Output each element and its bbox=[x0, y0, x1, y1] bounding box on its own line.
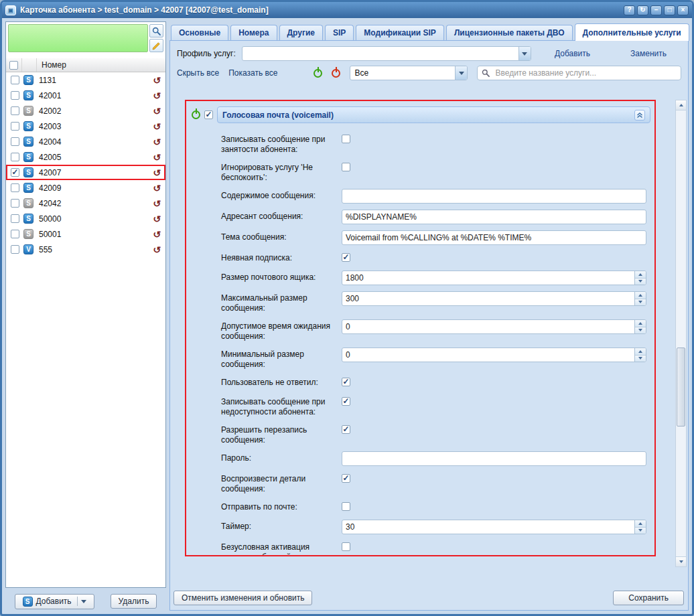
history-icon[interactable]: ↺ bbox=[149, 245, 164, 254]
edit-pencil-icon[interactable] bbox=[149, 39, 163, 52]
subscriber-row-42001[interactable]: S42001↺ bbox=[6, 88, 165, 103]
field-checkbox[interactable] bbox=[342, 474, 350, 483]
field-checkbox[interactable] bbox=[342, 135, 350, 143]
field-checkbox[interactable] bbox=[342, 163, 350, 171]
row-checkbox[interactable] bbox=[11, 183, 19, 192]
history-icon[interactable]: ↺ bbox=[149, 106, 164, 116]
history-icon[interactable]: ↺ bbox=[149, 76, 164, 85]
hide-all-button[interactable]: Скрыть все bbox=[177, 68, 219, 78]
tab-3[interactable]: Другие bbox=[279, 25, 323, 40]
tab-7[interactable]: Дополнительные услуги bbox=[575, 23, 689, 41]
history-icon[interactable]: ↺ bbox=[149, 230, 164, 239]
minimize-button[interactable]: – bbox=[650, 5, 662, 15]
tab-6[interactable]: Лицензионные пакеты ДВО bbox=[446, 25, 573, 40]
number-column-header[interactable]: Номер bbox=[37, 58, 165, 72]
row-checkbox[interactable] bbox=[11, 91, 19, 100]
field-input[interactable] bbox=[342, 348, 634, 362]
row-checkbox[interactable] bbox=[11, 199, 19, 208]
tab-4[interactable]: SIP bbox=[325, 25, 354, 40]
history-icon[interactable]: ↺ bbox=[149, 168, 164, 177]
subscriber-row-42002[interactable]: S42002↺ bbox=[6, 103, 165, 119]
field-input[interactable] bbox=[342, 292, 634, 305]
spinner-up-icon[interactable] bbox=[635, 348, 646, 355]
service-profile-combobox[interactable] bbox=[242, 46, 531, 61]
combo-dropdown-icon[interactable] bbox=[518, 47, 531, 60]
subscriber-row-42042[interactable]: S42042↺ bbox=[6, 196, 165, 211]
subscriber-row-50001[interactable]: S50001↺ bbox=[6, 226, 165, 242]
field-checkbox[interactable] bbox=[342, 542, 350, 551]
spinner-down-icon[interactable] bbox=[635, 327, 646, 334]
field-input[interactable] bbox=[342, 189, 646, 203]
row-checkbox[interactable] bbox=[11, 106, 19, 115]
service-power-icon[interactable] bbox=[192, 110, 200, 119]
field-checkbox[interactable] bbox=[342, 253, 350, 262]
collapse-icon[interactable] bbox=[634, 110, 645, 121]
profile-replace-button[interactable]: Заменить bbox=[630, 49, 667, 58]
field-checkbox[interactable] bbox=[342, 502, 350, 511]
spinner-up-icon[interactable] bbox=[635, 320, 646, 327]
scrollbar-thumb[interactable] bbox=[677, 348, 685, 427]
tab-1[interactable]: Основные bbox=[171, 25, 228, 40]
history-icon[interactable]: ↺ bbox=[149, 137, 164, 147]
history-icon[interactable]: ↺ bbox=[149, 91, 164, 100]
subscriber-row-50000[interactable]: S50000↺ bbox=[6, 211, 165, 226]
subscriber-row-42003[interactable]: S42003↺ bbox=[6, 119, 165, 134]
close-button[interactable]: × bbox=[677, 5, 689, 15]
subscriber-row-42009[interactable]: S42009↺ bbox=[6, 180, 165, 196]
row-checkbox[interactable] bbox=[11, 214, 19, 223]
history-icon[interactable]: ↺ bbox=[149, 122, 164, 131]
cancel-and-refresh-button[interactable]: Отменить изменения и обновить bbox=[174, 591, 312, 605]
row-checkbox[interactable] bbox=[11, 168, 19, 177]
chevron-down-icon[interactable] bbox=[81, 600, 86, 603]
row-checkbox[interactable] bbox=[11, 76, 19, 84]
field-input[interactable] bbox=[342, 210, 646, 224]
maximize-button[interactable]: □ bbox=[664, 5, 675, 15]
tab-2[interactable]: Номера bbox=[230, 25, 277, 40]
field-checkbox[interactable] bbox=[342, 425, 350, 434]
history-icon[interactable]: ↺ bbox=[149, 183, 164, 193]
scroll-up-icon[interactable] bbox=[676, 100, 686, 110]
spinner-down-icon[interactable] bbox=[635, 278, 646, 285]
subscriber-row-42005[interactable]: S42005↺ bbox=[6, 149, 165, 165]
field-input[interactable] bbox=[342, 452, 646, 465]
subscriber-row-42007[interactable]: S42007↺ bbox=[6, 165, 165, 180]
combo-dropdown-icon[interactable] bbox=[455, 66, 467, 80]
field-input[interactable] bbox=[342, 520, 634, 534]
field-checkbox[interactable] bbox=[342, 397, 350, 406]
quick-search-field[interactable] bbox=[8, 24, 148, 52]
service-search-input[interactable] bbox=[494, 68, 677, 78]
disable-all-power-icon[interactable] bbox=[332, 69, 340, 78]
row-checkbox[interactable] bbox=[11, 245, 19, 254]
help-button[interactable]: ? bbox=[624, 5, 635, 15]
field-input[interactable] bbox=[342, 271, 634, 285]
delete-subscriber-button[interactable]: Удалить bbox=[111, 594, 157, 609]
service-profile-input[interactable] bbox=[242, 47, 518, 60]
subscriber-row-555[interactable]: V555↺ bbox=[6, 242, 165, 257]
field-checkbox[interactable] bbox=[342, 378, 350, 386]
scroll-down-icon[interactable] bbox=[676, 556, 686, 566]
enable-all-power-icon[interactable] bbox=[314, 69, 322, 78]
spinner-down-icon[interactable] bbox=[635, 355, 646, 362]
row-checkbox[interactable] bbox=[11, 137, 19, 146]
field-input[interactable] bbox=[342, 231, 646, 244]
select-all-checkbox[interactable] bbox=[9, 61, 18, 70]
add-subscriber-button[interactable]: S Добавить bbox=[15, 594, 94, 609]
history-icon[interactable]: ↺ bbox=[149, 214, 164, 224]
row-checkbox[interactable] bbox=[11, 153, 19, 161]
service-category-combobox[interactable]: Все bbox=[350, 66, 468, 80]
field-input[interactable] bbox=[342, 320, 634, 333]
subscriber-row-42004[interactable]: S42004↺ bbox=[6, 134, 165, 149]
service-enabled-checkbox[interactable] bbox=[204, 110, 213, 119]
service-titlebar[interactable]: Голосовая почта (voicemail) bbox=[217, 106, 650, 123]
spinner-down-icon[interactable] bbox=[635, 299, 646, 306]
profile-add-button[interactable]: Добавить bbox=[555, 49, 590, 58]
subscriber-row-1131[interactable]: S1131↺ bbox=[6, 72, 165, 88]
spinner-up-icon[interactable] bbox=[635, 520, 646, 527]
search-icon[interactable] bbox=[149, 24, 163, 37]
vertical-scrollbar[interactable] bbox=[675, 100, 687, 567]
spinner-down-icon[interactable] bbox=[635, 527, 646, 534]
save-button[interactable]: Сохранить bbox=[613, 591, 684, 605]
service-search-box[interactable] bbox=[477, 66, 681, 80]
history-icon[interactable]: ↺ bbox=[149, 199, 164, 208]
spinner-up-icon[interactable] bbox=[635, 271, 646, 278]
